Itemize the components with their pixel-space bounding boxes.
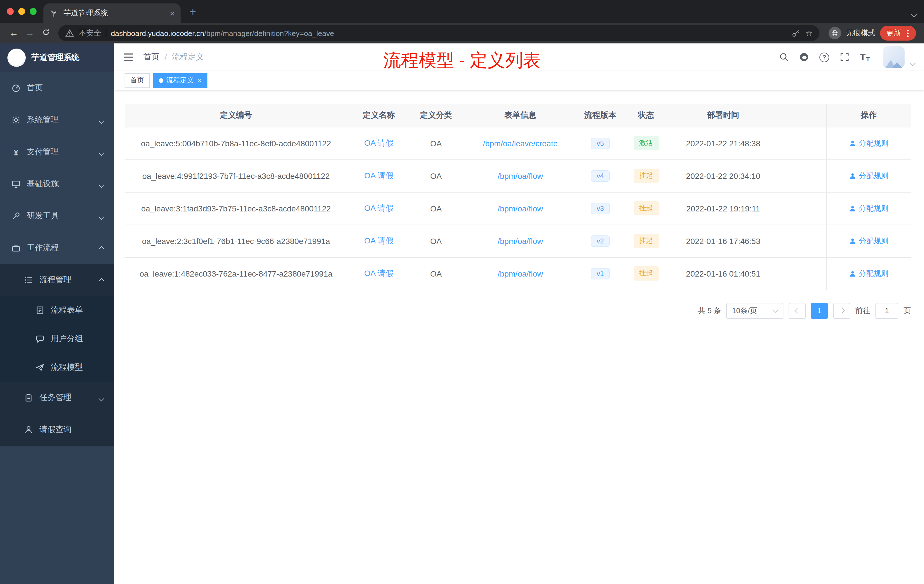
assign-rule-link[interactable]: 分配规则 bbox=[849, 203, 889, 213]
assign-rule-link[interactable]: 分配规则 bbox=[849, 268, 889, 279]
prev-page-button[interactable] bbox=[789, 303, 806, 318]
help-icon[interactable]: ? bbox=[819, 52, 829, 62]
user-avatar[interactable] bbox=[883, 46, 904, 68]
definition-name-link[interactable]: OA 请假 bbox=[364, 203, 394, 212]
version-badge: v2 bbox=[591, 235, 609, 247]
definition-name-link[interactable]: OA 请假 bbox=[364, 171, 394, 180]
reload-icon[interactable] bbox=[38, 28, 54, 39]
github-icon[interactable] bbox=[799, 53, 808, 62]
definition-name-link[interactable]: OA 请假 bbox=[364, 138, 394, 147]
assign-rule-link[interactable]: 分配规则 bbox=[849, 236, 889, 246]
key-icon[interactable] bbox=[792, 28, 801, 38]
fullscreen-icon[interactable] bbox=[840, 53, 849, 62]
form-info-link[interactable]: /bpm/oa/flow bbox=[498, 269, 543, 278]
deploy-time: 2022-01-22 19:19:11 bbox=[670, 192, 776, 224]
sidebar-item-payment[interactable]: ¥ 支付管理 bbox=[0, 136, 114, 168]
chevron-down-icon bbox=[99, 393, 104, 402]
sidebar-fold-icon[interactable] bbox=[124, 51, 135, 63]
sidebar-item-workflow[interactable]: 工作流程 bbox=[0, 232, 114, 264]
tab-close-icon[interactable]: × bbox=[170, 8, 175, 18]
tag-home[interactable]: 首页 bbox=[125, 73, 150, 88]
paper-plane-icon bbox=[35, 363, 45, 372]
security-label[interactable]: 不安全 bbox=[79, 28, 101, 38]
definition-name-link[interactable]: OA 请假 bbox=[364, 268, 394, 277]
browser-menu-icon[interactable] bbox=[907, 32, 909, 34]
deploy-time: 2022-01-16 17:46:53 bbox=[670, 224, 776, 257]
close-window-button[interactable] bbox=[7, 8, 14, 15]
forward-icon[interactable]: → bbox=[22, 28, 38, 38]
col-actions: 操作 bbox=[826, 104, 911, 127]
definition-category: OA bbox=[410, 127, 462, 159]
goto-label: 前往 bbox=[855, 305, 870, 316]
back-icon[interactable]: ← bbox=[6, 28, 22, 38]
sidebar-item-process-management[interactable]: 流程管理 bbox=[0, 264, 114, 296]
definition-category: OA bbox=[410, 192, 462, 224]
sidebar-item-system[interactable]: 系统管理 bbox=[0, 104, 114, 136]
incognito-indicator: 无痕模式 bbox=[828, 27, 875, 40]
font-size-icon[interactable]: TT bbox=[860, 52, 870, 62]
sidebar-item-home[interactable]: 首页 bbox=[0, 72, 114, 104]
definition-name-link[interactable]: OA 请假 bbox=[364, 236, 394, 245]
page-unit-label: 页 bbox=[903, 305, 911, 316]
update-label: 更新 bbox=[886, 28, 901, 38]
form-info-link[interactable]: /bpm/oa/flow bbox=[498, 171, 543, 180]
avatar-caret-icon[interactable] bbox=[911, 57, 915, 68]
version-badge: v4 bbox=[591, 170, 609, 181]
filler-cell bbox=[776, 127, 826, 159]
update-button[interactable]: 更新 bbox=[880, 26, 916, 41]
breadcrumb-home-link[interactable]: 首页 bbox=[144, 52, 159, 62]
col-deploy-time: 部署时间 bbox=[670, 104, 776, 127]
sidebar-item-leave-query[interactable]: 请假查询 bbox=[0, 414, 114, 446]
goto-page-input[interactable] bbox=[875, 303, 898, 318]
incognito-icon bbox=[828, 27, 841, 40]
status-badge: 挂起 bbox=[634, 168, 658, 183]
page-size-select[interactable]: 10条/页 bbox=[726, 303, 784, 318]
assign-rule-link[interactable]: 分配规则 bbox=[849, 138, 889, 148]
sidebar-item-label: 流程模型 bbox=[51, 362, 83, 373]
document-icon bbox=[35, 306, 45, 315]
search-icon[interactable] bbox=[779, 53, 789, 62]
bookmark-star-icon[interactable]: ☆ bbox=[805, 28, 813, 38]
current-page-button[interactable]: 1 bbox=[811, 303, 828, 318]
person-icon bbox=[849, 172, 856, 179]
chevron-up-icon bbox=[99, 276, 104, 285]
form-info-link[interactable]: /bpm/oa/flow bbox=[498, 236, 543, 246]
workflow-submenu: 流程管理 流程表单 用户分组 bbox=[0, 264, 114, 446]
app-navbar: 首页 / 流程定义 ? TT bbox=[114, 43, 924, 71]
zoom-window-button[interactable] bbox=[30, 8, 36, 15]
wrench-icon bbox=[12, 211, 21, 221]
tag-process-definition[interactable]: 流程定义 × bbox=[153, 73, 208, 88]
address-bar[interactable]: 不安全 dashboard.yudao.iocoder.cn/bpm/manag… bbox=[58, 25, 819, 41]
incognito-label: 无痕模式 bbox=[846, 28, 875, 38]
chevron-down-icon bbox=[99, 180, 104, 188]
browser-tab[interactable]: 芋道管理系统 × bbox=[43, 3, 181, 23]
chevron-down-icon bbox=[99, 211, 104, 221]
status-badge: 激活 bbox=[634, 136, 658, 150]
sidebar-item-label: 流程表单 bbox=[51, 305, 83, 315]
sidebar-item-user-group[interactable]: 用户分组 bbox=[0, 325, 114, 353]
minimize-window-button[interactable] bbox=[18, 8, 25, 15]
yen-icon: ¥ bbox=[12, 147, 21, 157]
form-info-link[interactable]: /bpm/oa/leave/create bbox=[483, 139, 558, 148]
next-page-button[interactable] bbox=[833, 303, 850, 318]
filler-cell bbox=[776, 192, 826, 224]
sidebar-item-process-form[interactable]: 流程表单 bbox=[0, 296, 114, 325]
col-form-info: 表单信息 bbox=[462, 104, 579, 127]
definition-category: OA bbox=[410, 257, 462, 290]
app-title: 芋道管理系统 bbox=[31, 53, 79, 63]
gear-icon bbox=[12, 115, 21, 125]
tab-list-chevron-icon[interactable] bbox=[912, 8, 916, 19]
sidebar-item-process-model[interactable]: 流程模型 bbox=[0, 353, 114, 382]
assign-rule-link[interactable]: 分配规则 bbox=[849, 171, 889, 181]
status-badge: 挂起 bbox=[634, 234, 658, 248]
form-info-link[interactable]: /bpm/oa/flow bbox=[498, 204, 543, 213]
definition-id: oa_leave:1:482ec033-762a-11ec-8477-a2380… bbox=[125, 257, 347, 290]
chat-bubble-icon bbox=[35, 334, 45, 343]
new-tab-button[interactable]: + bbox=[190, 6, 196, 18]
tab-title: 芋道管理系统 bbox=[63, 8, 165, 18]
url-text: dashboard.yudao.iocoder.cn/bpm/manager/d… bbox=[111, 29, 334, 38]
sidebar-item-task-management[interactable]: 任务管理 bbox=[0, 382, 114, 414]
sidebar-item-devtools[interactable]: 研发工具 bbox=[0, 200, 114, 232]
tag-close-icon[interactable]: × bbox=[198, 76, 202, 84]
sidebar-item-infrastructure[interactable]: 基础设施 bbox=[0, 168, 114, 200]
